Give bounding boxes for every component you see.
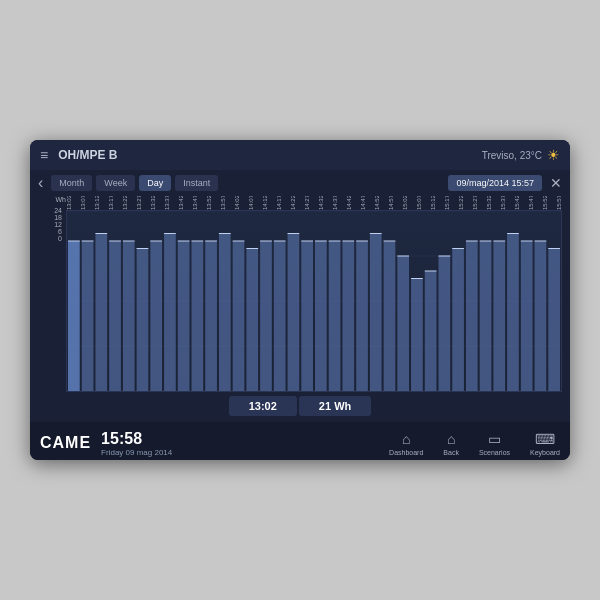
- weather-widget: Treviso, 23°C ☀: [482, 147, 560, 163]
- x-label: 13:52: [206, 196, 212, 210]
- bottom-bar: CAME 15:58 Friday 09 mag 2014 ⌂ Dashboar…: [30, 422, 570, 460]
- time-block: 15:58 Friday 09 mag 2014: [101, 430, 172, 457]
- nav-dashboard[interactable]: ⌂ Dashboard: [389, 431, 423, 456]
- menu-icon[interactable]: ≡: [40, 147, 48, 163]
- svg-rect-31: [246, 249, 258, 392]
- tab-day[interactable]: Day: [139, 175, 171, 191]
- bar-chart: [67, 211, 561, 391]
- svg-rect-41: [315, 241, 327, 391]
- x-label: 13:02: [66, 196, 72, 210]
- x-label: 13:07: [80, 196, 86, 210]
- device-frame: ≡ OH/MPE B Treviso, 23°C ☀ ‹ Month Week …: [30, 140, 570, 460]
- svg-rect-21: [178, 241, 190, 391]
- selected-time-value: 13:02: [229, 396, 297, 416]
- svg-rect-65: [480, 241, 492, 391]
- brand-label: CAME: [40, 434, 91, 452]
- chart-wrapper: Wh 24 18 12 6 0 13:0213:0713:1213:1713:2…: [38, 196, 562, 392]
- svg-rect-69: [507, 234, 519, 392]
- selected-wh-value: 21 Wh: [299, 396, 371, 416]
- y-label-6: 6: [58, 228, 62, 235]
- svg-rect-29: [233, 241, 245, 391]
- x-label: 13:27: [136, 196, 142, 210]
- tab-group: Month Week Day Instant: [51, 175, 218, 191]
- svg-rect-59: [439, 256, 451, 391]
- svg-rect-5: [68, 241, 80, 391]
- tab-week[interactable]: Week: [96, 175, 135, 191]
- close-icon[interactable]: ✕: [550, 175, 562, 191]
- x-label: 15:02: [402, 196, 408, 210]
- svg-rect-45: [342, 241, 354, 391]
- bottom-nav-icons: ⌂ Dashboard ⌂ Back ▭ Scenarios ⌨ Keyboar…: [389, 431, 560, 456]
- x-label: 14:37: [332, 196, 338, 210]
- svg-rect-47: [356, 241, 368, 391]
- chart-svg-container[interactable]: [66, 210, 562, 392]
- x-label: 13:37: [164, 196, 170, 210]
- dashboard-label: Dashboard: [389, 449, 423, 456]
- x-label: 15:37: [500, 196, 506, 210]
- x-labels-row: 13:0213:0713:1213:1713:2213:2713:3213:37…: [66, 196, 562, 210]
- x-label: 14:52: [374, 196, 380, 210]
- svg-rect-67: [493, 241, 505, 391]
- tab-instant[interactable]: Instant: [175, 175, 218, 191]
- x-label: 13:32: [150, 196, 156, 210]
- x-label: 13:17: [108, 196, 114, 210]
- svg-rect-19: [164, 234, 176, 392]
- x-label: 13:22: [122, 196, 128, 210]
- x-label: 15:17: [444, 196, 450, 210]
- svg-rect-49: [370, 234, 382, 392]
- x-label: 14:42: [346, 196, 352, 210]
- y-label-0: 0: [58, 235, 62, 242]
- dashboard-icon: ⌂: [402, 431, 410, 447]
- x-label: 15:22: [458, 196, 464, 210]
- svg-rect-37: [288, 234, 300, 392]
- y-label-12: 12: [54, 221, 62, 228]
- nav-row: ‹ Month Week Day Instant 09/mag/2014 15:…: [38, 174, 562, 192]
- prev-arrow-icon[interactable]: ‹: [38, 174, 43, 192]
- svg-rect-27: [219, 234, 231, 392]
- svg-rect-61: [452, 249, 464, 392]
- keyboard-icon: ⌨: [535, 431, 555, 447]
- x-label: 15:27: [472, 196, 478, 210]
- svg-rect-51: [384, 241, 396, 391]
- y-label-24: 24: [54, 207, 62, 214]
- x-label: 13:57: [220, 196, 226, 210]
- x-label: 15:07: [416, 196, 422, 210]
- svg-rect-7: [82, 241, 94, 391]
- svg-rect-71: [521, 241, 533, 391]
- svg-rect-57: [425, 271, 437, 391]
- svg-rect-39: [301, 241, 313, 391]
- header: ≡ OH/MPE B Treviso, 23°C ☀: [30, 140, 570, 170]
- svg-rect-15: [137, 249, 149, 392]
- x-label: 15:52: [542, 196, 548, 210]
- x-label: 14:22: [290, 196, 296, 210]
- svg-rect-53: [397, 256, 409, 391]
- svg-rect-17: [150, 241, 162, 391]
- x-label: 14:27: [304, 196, 310, 210]
- svg-rect-33: [260, 241, 272, 391]
- x-label: 13:42: [178, 196, 184, 210]
- svg-rect-11: [109, 241, 121, 391]
- svg-rect-75: [548, 249, 560, 392]
- x-label: 15:57: [556, 196, 562, 210]
- sun-icon: ☀: [547, 147, 560, 163]
- nav-scenarios[interactable]: ▭ Scenarios: [479, 431, 510, 456]
- x-label: 14:07: [248, 196, 254, 210]
- x-label: 15:32: [486, 196, 492, 210]
- x-label: 15:42: [514, 196, 520, 210]
- scenarios-label: Scenarios: [479, 449, 510, 456]
- header-title: OH/MPE B: [58, 148, 482, 162]
- nav-back[interactable]: ⌂ Back: [443, 431, 459, 456]
- y-labels: 24 18 12 6 0: [44, 205, 66, 256]
- value-row: 13:02 21 Wh: [38, 396, 562, 416]
- svg-rect-43: [329, 241, 341, 391]
- tab-month[interactable]: Month: [51, 175, 92, 191]
- y-unit-label: Wh: [56, 196, 67, 203]
- current-date: Friday 09 mag 2014: [101, 448, 172, 457]
- nav-keyboard[interactable]: ⌨ Keyboard: [530, 431, 560, 456]
- x-label: 14:57: [388, 196, 394, 210]
- y-label-18: 18: [54, 214, 62, 221]
- x-label: 14:02: [234, 196, 240, 210]
- svg-rect-55: [411, 279, 423, 392]
- x-label: 14:12: [262, 196, 268, 210]
- svg-rect-23: [192, 241, 204, 391]
